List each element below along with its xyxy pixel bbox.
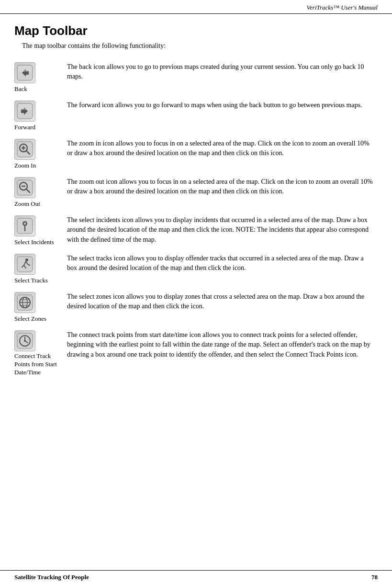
svg-rect-2 — [18, 66, 32, 72]
page-container: VeriTracks™ User's Manual Map Toolbar Th… — [0, 0, 392, 584]
select-zones-icon[interactable] — [14, 292, 35, 313]
tracks-label: Select Tracks — [14, 277, 48, 284]
page-header: VeriTracks™ User's Manual — [0, 0, 392, 14]
icon-cell-zones: Select Zones — [14, 288, 67, 326]
svg-point-17 — [24, 223, 26, 225]
zoom-in-icon[interactable] — [14, 139, 35, 160]
zoom-out-icon-svg — [16, 179, 34, 196]
zones-icon-svg — [16, 294, 34, 311]
icon-cell-connect: Connect Track Points from Start Date/Tim… — [14, 326, 67, 381]
icon-label-zoom-out: Zoom Out — [14, 177, 64, 208]
connect-label: Connect Track Points from Start Date/Tim… — [14, 352, 64, 377]
table-row: Select Zones The select zones icon allow… — [14, 288, 378, 326]
icon-label-forward: Forward — [14, 101, 64, 131]
footer-right: 78 — [371, 573, 378, 581]
icon-label-back: Back — [14, 62, 64, 93]
desc-zoom-out: The zoom out icon allows you to focus in… — [67, 173, 378, 212]
table-row: Zoom Out The zoom out icon allows you to… — [14, 173, 378, 212]
table-row: Connect Track Points from Start Date/Tim… — [14, 326, 378, 381]
desc-incidents: The select incidents icon allows you to … — [67, 212, 378, 250]
zoom-in-label: Zoom In — [14, 162, 36, 169]
zoom-in-icon-svg — [16, 141, 34, 158]
desc-zones: The select zones icon allows you to disp… — [67, 288, 378, 326]
icon-cell-forward: Forward — [14, 97, 67, 135]
forward-label: Forward — [14, 124, 35, 131]
desc-connect: The connect track points from start date… — [67, 326, 378, 381]
icon-label-connect: Connect Track Points from Start Date/Tim… — [14, 330, 64, 377]
table-row: Zoom In The zoom in icon allows you to f… — [14, 135, 378, 173]
forward-icon-svg — [16, 102, 34, 120]
intro-text: The map toolbar contains the following f… — [22, 42, 378, 50]
table-row: Forward The forward icon allows you to g… — [14, 97, 378, 135]
icon-label-zones: Select Zones — [14, 292, 64, 323]
back-icon[interactable] — [14, 62, 35, 83]
page-content: Map Toolbar The map toolbar contains the… — [0, 14, 392, 570]
icon-cell-incidents: Select Incidents — [14, 212, 67, 250]
page-title: Map Toolbar — [14, 23, 378, 38]
icon-cell-back: Back — [14, 58, 67, 97]
back-label: Back — [14, 85, 27, 93]
icon-label-tracks: Select Tracks — [14, 254, 64, 284]
tracks-icon-svg — [16, 256, 34, 273]
zoom-out-label: Zoom Out — [14, 200, 40, 208]
page-footer: Satellite Tracking Of People 78 — [0, 570, 392, 584]
svg-point-30 — [24, 340, 26, 342]
table-row: Back The back icon allows you to go to p… — [14, 58, 378, 97]
toolbar-table: Back The back icon allows you to go to p… — [14, 58, 378, 381]
table-row: Select Incidents The select incidents ic… — [14, 212, 378, 250]
icon-label-zoom-in: Zoom In — [14, 139, 64, 169]
incidents-label: Select Incidents — [14, 238, 54, 246]
icon-cell-tracks: Select Tracks — [14, 250, 67, 288]
connect-track-icon[interactable] — [14, 330, 35, 351]
icon-cell-zoom-out: Zoom Out — [14, 173, 67, 212]
zoom-out-icon[interactable] — [14, 177, 35, 198]
header-title: VeriTracks™ User's Manual — [307, 4, 378, 11]
desc-forward: The forward icon allows you to go forwar… — [67, 97, 378, 135]
select-incidents-icon[interactable] — [14, 215, 35, 236]
table-row: Select Tracks The select tracks icon all… — [14, 250, 378, 288]
incidents-icon-svg — [16, 217, 34, 235]
icon-label-incidents: Select Incidents — [14, 215, 64, 246]
desc-tracks: The select tracks icon allows you to dis… — [67, 250, 378, 288]
desc-zoom-in: The zoom in icon allows you to focus in … — [67, 135, 378, 173]
footer-left: Satellite Tracking Of People — [14, 573, 89, 581]
desc-back: The back icon allows you to go to previo… — [67, 58, 378, 97]
connect-icon-svg — [16, 332, 34, 349]
icon-cell-zoom-in: Zoom In — [14, 135, 67, 173]
zones-label: Select Zones — [14, 315, 46, 323]
svg-rect-5 — [18, 104, 32, 110]
back-icon-svg — [16, 64, 34, 81]
forward-icon[interactable] — [14, 101, 35, 122]
select-tracks-icon[interactable] — [14, 254, 35, 275]
